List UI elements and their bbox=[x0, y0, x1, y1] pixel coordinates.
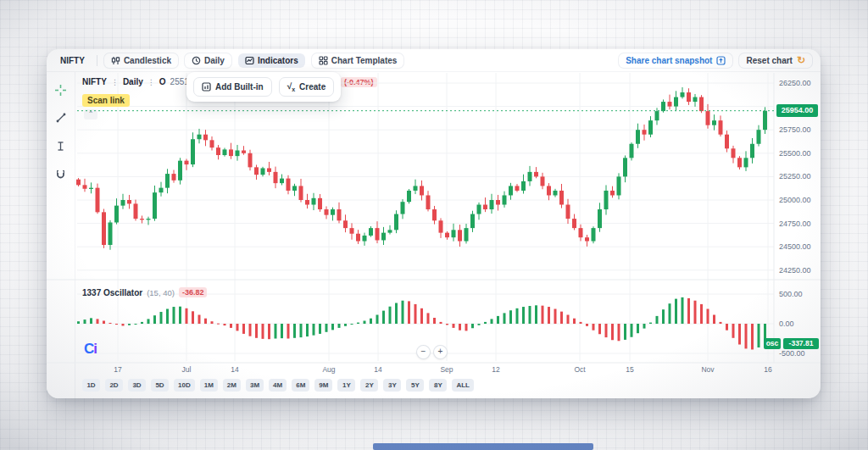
osc-last-value-badge: -337.81 bbox=[783, 338, 819, 349]
timeframe-button-1m[interactable]: 1M bbox=[200, 379, 218, 392]
timeframe-button-1d[interactable]: 1D bbox=[82, 379, 100, 392]
timeframe-button-2y[interactable]: 2Y bbox=[360, 379, 378, 392]
timeframe-button-4m[interactable]: 4M bbox=[269, 379, 287, 392]
timeframe-button-2d[interactable]: 2D bbox=[105, 379, 123, 392]
indicators-dropdown-menu: Add Built-in √x Create bbox=[186, 72, 341, 102]
sqrt-x-icon: √x bbox=[287, 81, 295, 92]
timeframe-button-9m[interactable]: 9M bbox=[314, 379, 332, 392]
oscillator-name[interactable]: 1337 Oscillator bbox=[82, 288, 142, 297]
timeframe-button-8y[interactable]: 8Y bbox=[429, 379, 447, 392]
zoom-in-button[interactable]: + bbox=[434, 346, 447, 358]
legend-separator: ⋮ bbox=[147, 78, 155, 86]
logo-i: i bbox=[93, 341, 97, 357]
osc-axis-label-badge: osc bbox=[764, 338, 781, 349]
scan-link-badge[interactable]: Scan link bbox=[82, 94, 130, 107]
timeframe-button-3m[interactable]: 3M bbox=[246, 379, 264, 392]
logo-c: C bbox=[84, 341, 93, 357]
timeframe-row: 1D2D3D5D10D1M2M3M4M6M9M1Y2Y3Y5Y8YALL bbox=[82, 379, 474, 392]
zoom-controls: − + bbox=[417, 346, 447, 358]
chart-card: NIFTY Candlestick Daily Indicators bbox=[47, 49, 821, 398]
legend-interval[interactable]: Daily bbox=[123, 77, 143, 86]
legend-separator: ⋮ bbox=[111, 78, 119, 86]
timeframe-button-all[interactable]: ALL bbox=[452, 379, 474, 392]
timeframe-button-5y[interactable]: 5Y bbox=[406, 379, 424, 392]
add-builtin-icon bbox=[202, 82, 211, 92]
timeframe-button-3d[interactable]: 3D bbox=[128, 379, 146, 392]
timeframe-button-1y[interactable]: 1Y bbox=[337, 379, 355, 392]
create-label: Create bbox=[299, 82, 326, 92]
add-builtin-label: Add Built-in bbox=[215, 82, 264, 92]
legend-symbol[interactable]: NIFTY bbox=[82, 77, 107, 86]
create-indicator-button[interactable]: √x Create bbox=[279, 77, 335, 97]
oscillator-legend: 1337 Oscillator (15, 40) -36.82 bbox=[82, 287, 207, 297]
zoom-out-button[interactable]: − bbox=[417, 346, 430, 358]
timeframe-button-6m[interactable]: 6M bbox=[292, 379, 309, 392]
timeframe-button-5d[interactable]: 5D bbox=[151, 379, 169, 392]
oscillator-params: (15, 40) bbox=[147, 288, 175, 297]
bottom-blue-bar bbox=[373, 443, 593, 450]
last-price-badge: 25954.00 bbox=[776, 104, 818, 117]
timeframe-button-10d[interactable]: 10D bbox=[174, 379, 195, 392]
open-label: O bbox=[159, 77, 166, 86]
add-builtin-button[interactable]: Add Built-in bbox=[193, 77, 272, 97]
timeframe-button-3y[interactable]: 3Y bbox=[383, 379, 401, 392]
timeframe-button-2m[interactable]: 2M bbox=[223, 379, 241, 392]
oscillator-value-badge: -36.82 bbox=[179, 287, 208, 297]
provider-logo: Ci bbox=[84, 341, 97, 358]
